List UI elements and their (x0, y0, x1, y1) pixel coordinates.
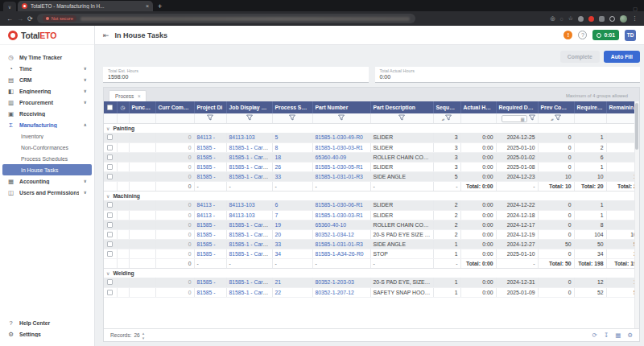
browser-profile-avatar[interactable] (620, 15, 627, 23)
sidebar-item-non-conformances[interactable]: Non-Conformances (0, 142, 94, 153)
group-header-cell[interactable]: ∨Painting (104, 123, 639, 133)
tab-search-button[interactable]: ∨ (3, 2, 16, 11)
cell-value-job[interactable]: 81585-1 - Cargo- (229, 164, 271, 170)
task-row[interactable]: 081585 -81585-1 - Cargo-3381585-1-031-01… (104, 239, 639, 249)
help-icon[interactable]: ? (578, 31, 587, 39)
cell-value-sched[interactable]: 34 (275, 251, 282, 257)
filter-funnel-icon-part[interactable] (312, 113, 370, 123)
cell-value-sched[interactable]: 8 (275, 145, 279, 150)
browser-tab[interactable]: TotalETO - Manufacturing In H... × (18, 1, 153, 11)
totaleto-logo[interactable]: TotalETO (0, 26, 94, 45)
group-chip-close-icon[interactable]: × (138, 93, 141, 99)
column-header-project[interactable]: Project Di (194, 101, 226, 113)
group-header-welding[interactable]: ∨Welding (104, 268, 639, 278)
cell-value-job[interactable]: 84113-103 (229, 202, 255, 208)
auto-fill-button[interactable]: Auto Fill (604, 51, 640, 63)
extensions-menu-icon[interactable] (609, 16, 615, 22)
sidebar-item-my-time-tracker[interactable]: ◷My Time Tracker (0, 51, 94, 63)
cell-value-job[interactable]: 81585-1 - Cargo- (229, 154, 271, 160)
cell-value-part[interactable]: 81585-1-031-01-R3 (316, 241, 363, 247)
cell-value-project[interactable]: 81585 - (197, 241, 216, 247)
task-row[interactable]: 084113 -84113-103781585-1-030-03-R1SLIDE… (104, 210, 639, 220)
row-checkbox[interactable] (107, 232, 113, 237)
cell-value-project[interactable]: 81585 - (197, 251, 216, 257)
cell-value-project[interactable]: 81585 - (197, 174, 216, 179)
extension-icon-2[interactable] (599, 16, 605, 22)
records-stepper-icon[interactable]: ▴▾ (142, 331, 144, 340)
cell-value-job[interactable]: 81585-1 - Cargo- (229, 251, 271, 257)
sidebar-item-help-center[interactable]: ?Help Center (0, 317, 94, 328)
sidebar-collapse-icon[interactable]: ⇤ (103, 31, 109, 39)
collapse-caret-icon[interactable]: ∨ (106, 194, 109, 199)
forward-icon[interactable]: → (17, 15, 23, 23)
task-row[interactable]: 081585 -81585-1 - Cargo-2681585-1-030-05… (104, 162, 639, 171)
cell-value-job[interactable]: 81585-1 - Cargo- (229, 241, 271, 247)
task-row[interactable]: 081585 -81585-1 - Cargo-3481585-1-A34-26… (104, 249, 639, 258)
sidebar-item-engineering[interactable]: ◧Engineering∨ (0, 85, 94, 97)
column-header-desc[interactable]: Part Description (370, 101, 433, 113)
user-avatar[interactable]: TD (625, 30, 636, 41)
row-checkbox[interactable] (107, 164, 113, 170)
sidebar-item-receiving[interactable]: ▣Receiving (0, 108, 94, 119)
task-row[interactable]: 084113 -84113-103681585-1-030-06-R1SLIDE… (104, 200, 639, 210)
filter-funnel-icon-job[interactable] (226, 113, 272, 123)
cell-value-sched[interactable]: 5 (275, 134, 279, 140)
total-est-hours-field[interactable]: Total Est. Hours 1598:00 (103, 67, 369, 83)
sidebar-item-users-and-permissions[interactable]: ◫Users and Permissions∨ (0, 187, 94, 198)
cell-value-project[interactable]: 81585 - (197, 232, 216, 237)
cell-value-project[interactable]: 84113 - (197, 202, 216, 208)
task-row[interactable]: 081585 -81585-1 - Cargo-2180352-1-203-03… (104, 278, 639, 287)
column-header-punch_in[interactable]: Punch In... (129, 101, 155, 113)
extension-icon[interactable] (578, 16, 584, 22)
cell-value-project[interactable]: 84113 - (197, 212, 216, 218)
column-header-sched[interactable]: Process Schedule (272, 101, 312, 113)
cell-value-sched[interactable]: 33 (275, 174, 282, 179)
cell-value-sched[interactable]: 26 (275, 164, 282, 170)
column-header-part[interactable]: Part Number (312, 101, 370, 113)
row-checkbox[interactable] (107, 290, 113, 295)
cell-value-job[interactable]: 81585-1 - Cargo- (229, 174, 271, 179)
task-row[interactable]: 081585 -81585-1 - Cargo-881585-1-030-03-… (104, 142, 639, 152)
filter-funnel-icon-project[interactable] (194, 113, 226, 123)
group-header-cell[interactable]: ∨Welding (104, 268, 639, 278)
refresh-icon[interactable]: ⟳ (592, 332, 597, 339)
cell-value-project[interactable]: 81585 - (197, 279, 216, 285)
column-header-prev[interactable]: Prev Completed (538, 101, 574, 113)
row-checkbox[interactable] (107, 212, 113, 218)
reload-icon[interactable]: ⟳ (27, 15, 33, 23)
row-checkbox[interactable] (107, 202, 113, 208)
bookmark-star-icon[interactable]: ☆ (568, 15, 573, 22)
back-icon[interactable]: ← (6, 15, 13, 23)
column-header-job[interactable]: Job Display Name (226, 101, 272, 113)
cell-value-part[interactable]: 81585-1-030-49-R0 (316, 134, 363, 140)
group-chip-process[interactable]: Process × (109, 90, 147, 101)
group-header-painting[interactable]: ∨Painting (104, 123, 639, 133)
filter-spin-funnel-prev[interactable]: ▴▾ (538, 113, 574, 123)
date-filter-input[interactable]: ▦ (502, 115, 527, 122)
not-secure-badge[interactable]: Not secure (43, 15, 76, 22)
task-row[interactable]: 081585 -81585-1 - Cargo-1965360-40-10ROL… (104, 220, 639, 229)
group-header-cell[interactable]: ∨Machining (104, 191, 639, 200)
sidebar-item-accounting[interactable]: ▦Accounting∨ (0, 175, 94, 187)
cell-value-job[interactable]: 81585-1 - Cargo- (229, 232, 271, 237)
cell-value-job[interactable]: 81585-1 - Cargo- (229, 145, 271, 150)
filter-funnel-icon-sched[interactable] (272, 113, 312, 123)
window-controls[interactable]: ▢ (633, 6, 638, 11)
complete-button[interactable]: Complete (560, 51, 600, 63)
cell-value-sched[interactable]: 19 (275, 222, 282, 228)
task-row[interactable]: 084113 -84113-103581585-1-030-49-R0SLIDE… (104, 133, 639, 142)
sidebar-item-in-house-tasks[interactable]: In House Tasks (2, 164, 92, 175)
sidebar-item-manufacturing[interactable]: ΣManufacturing∧ (0, 119, 94, 130)
cell-value-part[interactable]: 81585-1-A34-26-R0 (316, 251, 364, 257)
address-bar[interactable]: Not secure (37, 14, 415, 23)
cell-value-job[interactable]: 81585-1 - Cargo- (229, 279, 271, 285)
location-icon[interactable]: ◎ (550, 15, 555, 22)
cell-value-project[interactable]: 81585 - (197, 290, 216, 295)
filter-funnel-icon-desc[interactable] (370, 113, 433, 123)
task-row[interactable]: 081585 -81585-1 - Cargo-2280352-1-207-12… (104, 287, 639, 297)
cell-value-project[interactable]: 81585 - (197, 154, 216, 160)
row-checkbox[interactable] (107, 154, 113, 160)
column-header-punch[interactable]: ◷ (117, 101, 129, 113)
cell-value-part[interactable]: 80352-1-034-12 (316, 232, 354, 237)
sidebar-item-crm[interactable]: ▤CRM∨ (0, 74, 94, 85)
